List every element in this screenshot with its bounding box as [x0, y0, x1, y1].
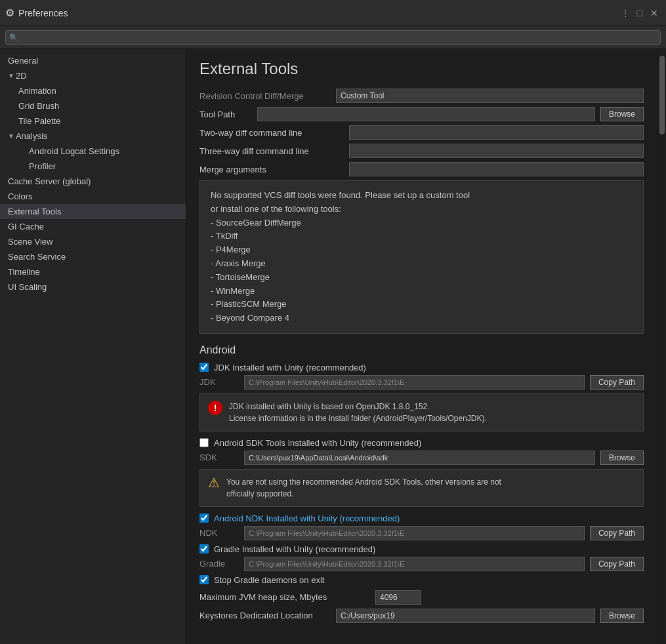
- jdk-alert-text: JDK installed with Unity is based on Ope…: [229, 401, 487, 424]
- gradle-copy-path-button[interactable]: Copy Path: [590, 557, 644, 571]
- sidebar-item-external-tools[interactable]: External Tools: [0, 204, 186, 219]
- maximize-button[interactable]: □: [633, 7, 646, 20]
- scrollbar-track[interactable]: [657, 49, 666, 644]
- sidebar-item-label: Profiler: [29, 161, 56, 171]
- close-button[interactable]: ✕: [648, 7, 661, 20]
- sidebar-item-2d[interactable]: ▼ 2D: [0, 68, 186, 83]
- content-area: External Tools Revision Control Diff/Mer…: [186, 49, 657, 644]
- more-options-button[interactable]: ⋮: [619, 7, 632, 20]
- chevron-down-icon: ▼: [8, 72, 14, 79]
- sidebar-item-timeline[interactable]: Timeline: [0, 264, 186, 279]
- sidebar-item-label: 2D: [16, 71, 27, 81]
- sidebar-item-grid-brush[interactable]: Grid Brush: [0, 98, 186, 113]
- jdk-checkbox-label: JDK Installed with Unity (recommended): [214, 363, 366, 372]
- title-bar-controls: ⋮ □ ✕: [619, 7, 661, 20]
- jvm-heap-label: Maximum JVM heap size, Mbytes: [199, 592, 370, 602]
- revision-control-row: Revision Control Diff/Merge: [199, 89, 644, 103]
- jdk-path-row: JDK Copy Path: [199, 375, 644, 390]
- gradle-checkbox-row: Gradle Installed with Unity (recommended…: [199, 544, 644, 554]
- sidebar-item-animation[interactable]: Animation: [0, 83, 186, 98]
- sidebar: General ▼ 2D Animation Grid Brush Tile P…: [0, 49, 186, 644]
- vcs-warning-box: No supported VCS diff tools were found. …: [199, 180, 644, 334]
- keystores-label: Keystores Dedicated Location: [199, 611, 331, 620]
- two-way-input[interactable]: [349, 125, 644, 140]
- keystores-input[interactable]: [336, 609, 595, 623]
- tool-path-input[interactable]: [257, 107, 595, 121]
- ndk-checkbox-row: Android NDK Installed with Unity (recomm…: [199, 513, 644, 523]
- ndk-label: NDK: [199, 528, 239, 538]
- android-section-title: Android: [199, 344, 644, 356]
- vcs-section: Revision Control Diff/Merge Tool Path Br…: [199, 89, 644, 334]
- ndk-checkbox-label[interactable]: Android NDK Installed with Unity (recomm…: [214, 513, 400, 523]
- keystores-row: Keystores Dedicated Location Browse: [199, 609, 644, 623]
- sidebar-item-label: Timeline: [8, 267, 40, 277]
- tool-path-browse-button[interactable]: Browse: [600, 107, 644, 121]
- title-bar-left: ⚙ Preferences: [5, 7, 68, 19]
- vcs-warning-text: No supported VCS diff tools were found. …: [211, 190, 470, 323]
- sidebar-item-profiler[interactable]: Profiler: [0, 159, 186, 174]
- three-way-input[interactable]: [349, 144, 644, 158]
- tool-path-label: Tool Path: [199, 110, 252, 119]
- title-bar: ⚙ Preferences ⋮ □ ✕: [0, 0, 666, 26]
- search-wrapper: [5, 30, 661, 45]
- revision-control-input[interactable]: [336, 89, 644, 103]
- sidebar-item-search-service[interactable]: Search Service: [0, 249, 186, 264]
- sidebar-item-label: UI Scaling: [8, 282, 47, 292]
- sidebar-item-general[interactable]: General: [0, 53, 186, 68]
- sidebar-item-label: General: [8, 56, 38, 66]
- merge-args-input[interactable]: [349, 162, 644, 176]
- sidebar-item-label: Analysis: [16, 131, 47, 141]
- sidebar-item-label: External Tools: [8, 207, 61, 216]
- jdk-info-icon: !: [208, 401, 222, 415]
- ndk-path-input[interactable]: [244, 526, 585, 540]
- sidebar-item-ui-scaling[interactable]: UI Scaling: [0, 279, 186, 294]
- sdk-checkbox-row: Android SDK Tools Installed with Unity (…: [199, 438, 644, 448]
- ndk-copy-path-button[interactable]: Copy Path: [590, 526, 644, 540]
- stop-gradle-row: Stop Gradle daemons on exit: [199, 575, 644, 585]
- chevron-down-icon: ▼: [8, 132, 14, 140]
- sdk-checkbox[interactable]: [199, 438, 209, 447]
- sidebar-item-label: Tile Palette: [18, 116, 61, 126]
- android-section: Android JDK Installed with Unity (recomm…: [199, 344, 644, 623]
- jdk-copy-path-button[interactable]: Copy Path: [590, 375, 644, 390]
- sidebar-item-cache-server[interactable]: Cache Server (global): [0, 174, 186, 189]
- sidebar-item-label: GI Cache: [8, 222, 44, 231]
- jdk-path-input[interactable]: [244, 375, 585, 390]
- sdk-path-input[interactable]: [244, 451, 595, 465]
- sidebar-item-label: Cache Server (global): [8, 176, 91, 186]
- page-title: External Tools: [199, 60, 644, 78]
- gradle-checkbox[interactable]: [199, 544, 209, 553]
- sidebar-item-gi-cache[interactable]: GI Cache: [0, 219, 186, 234]
- ndk-checkbox[interactable]: [199, 513, 209, 523]
- sdk-alert-text: You are not using the recommended Androi…: [226, 476, 501, 500]
- jvm-heap-input[interactable]: [375, 590, 421, 605]
- sdk-checkbox-label: Android SDK Tools Installed with Unity (…: [214, 438, 421, 448]
- tool-path-row: Tool Path Browse: [199, 107, 644, 121]
- sidebar-item-label: Grid Brush: [18, 101, 59, 111]
- sidebar-item-label: Android Logcat Settings: [29, 146, 119, 156]
- merge-args-row: Merge arguments: [199, 162, 644, 176]
- gradle-path-row: Gradle Copy Path: [199, 557, 644, 571]
- gear-icon: ⚙: [5, 7, 14, 19]
- stop-gradle-label: Stop Gradle daemons on exit: [214, 575, 324, 585]
- sdk-browse-button[interactable]: Browse: [600, 451, 644, 465]
- jdk-checkbox[interactable]: [199, 363, 209, 372]
- three-way-label: Three-way diff command line: [199, 146, 344, 156]
- sidebar-item-scene-view[interactable]: Scene View: [0, 234, 186, 249]
- sidebar-item-analysis[interactable]: ▼ Analysis: [0, 129, 186, 144]
- gradle-label: Gradle: [199, 559, 239, 569]
- window-title: Preferences: [18, 8, 68, 18]
- sidebar-item-label: Animation: [18, 86, 56, 96]
- sidebar-item-android-logcat[interactable]: Android Logcat Settings: [0, 144, 186, 159]
- sidebar-item-tile-palette[interactable]: Tile Palette: [0, 113, 186, 129]
- sidebar-item-colors[interactable]: Colors: [0, 189, 186, 204]
- gradle-path-input[interactable]: [244, 557, 585, 571]
- search-bar-container: [0, 26, 666, 49]
- scrollbar-thumb[interactable]: [659, 56, 665, 134]
- sidebar-item-label: Colors: [8, 191, 33, 201]
- stop-gradle-checkbox[interactable]: [199, 575, 209, 584]
- search-input[interactable]: [5, 30, 661, 45]
- keystores-browse-button[interactable]: Browse: [600, 609, 644, 623]
- sidebar-item-label: Scene View: [8, 237, 52, 247]
- three-way-diff-row: Three-way diff command line: [199, 144, 644, 158]
